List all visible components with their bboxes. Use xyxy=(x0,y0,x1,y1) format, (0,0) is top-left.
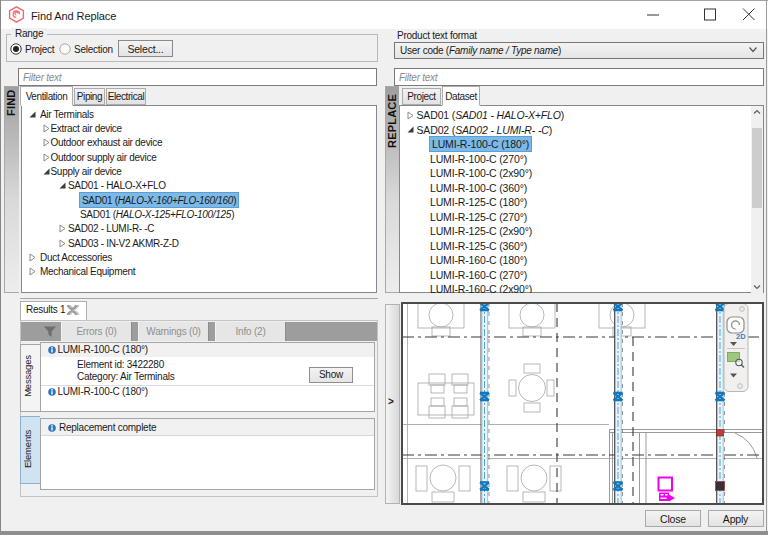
svg-text:2D: 2D xyxy=(736,332,746,341)
